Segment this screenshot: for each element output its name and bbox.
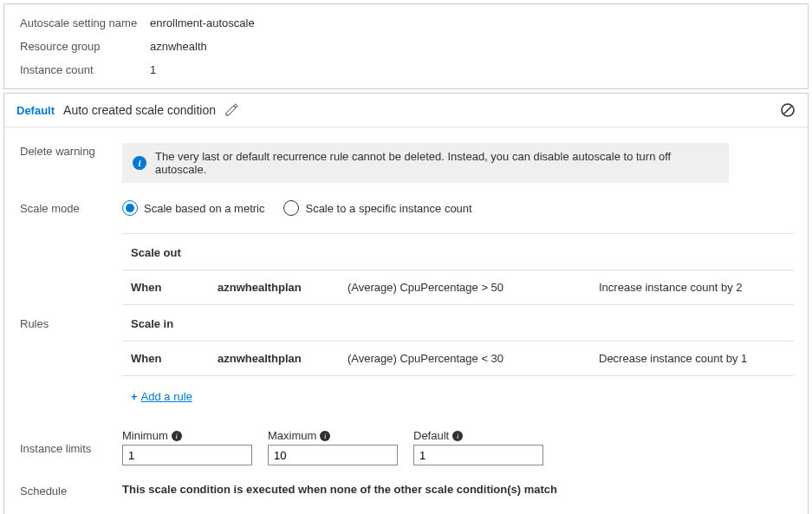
maximum-label: Maximum [268,429,316,442]
scale-mode-specific-radio[interactable]: Scale to a specific instance count [283,200,471,216]
info-icon[interactable]: i [320,431,330,441]
scale-in-rule-row[interactable]: When aznwhealthplan (Average) CpuPercent… [122,341,794,375]
scale-in-heading: Scale in [122,305,794,341]
scale-mode-metric-label: Scale based on a metric [144,202,264,215]
summary-row-resource-group: Resource group aznwhealth [20,40,792,53]
delete-warning-text: The very last or default recurrence rule… [155,150,718,176]
default-label: Default [413,429,449,442]
condition-title: Auto created scale condition [63,103,216,117]
condition-body: Delete warning i The very last or defaul… [4,127,808,514]
condition-header: Default Auto created scale condition [4,94,808,127]
info-icon[interactable]: i [452,431,463,441]
schedule-row: Schedule This scale condition is execute… [20,483,796,498]
maximum-field: Maximum i [268,429,398,465]
scale-in-condition: (Average) CpuPercentage < 30 [348,352,599,365]
radio-unselected-icon [283,200,299,216]
scale-mode-metric-radio[interactable]: Scale based on a metric [122,200,264,216]
minimum-field: Minimum i [122,429,252,465]
info-icon[interactable]: i [172,431,182,441]
scale-condition-panel: Default Auto created scale condition Del… [3,93,809,514]
scale-out-condition: (Average) CpuPercentage > 50 [348,281,599,294]
delete-warning-banner: i The very last or default recurrence ru… [122,143,729,183]
resource-group-label: Resource group [20,40,150,53]
setting-name-label: Autoscale setting name [20,16,150,29]
scale-in-resource: aznwhealthplan [218,352,348,365]
radio-selected-icon [122,200,138,216]
resource-group-value: aznwhealth [150,40,207,53]
scale-mode-radio-group: Scale based on a metric Scale to a speci… [122,200,796,216]
scale-out-rule-row[interactable]: When aznwhealthplan (Average) CpuPercent… [122,270,794,305]
edit-icon[interactable] [224,103,238,117]
minimum-input[interactable] [122,445,252,465]
default-field: Default i [413,429,543,465]
delete-warning-row: Delete warning i The very last or defaul… [20,143,796,183]
scale-in-action: Decrease instance count by 1 [599,352,785,365]
instance-count-value: 1 [150,63,156,76]
condition-default-badge: Default [16,104,55,117]
setting-name-value: enrollment-autoscale [150,16,255,29]
rules-area: Scale out When aznwhealthplan (Average) … [122,233,794,376]
delete-warning-label: Delete warning [20,143,122,158]
maximum-input[interactable] [268,445,398,465]
scale-mode-specific-label: Scale to a specific instance count [305,202,471,215]
limits-fields: Minimum i Maximum i De [122,429,796,465]
rule-when-label-2: When [131,352,218,365]
instance-limits-row: Instance limits Minimum i Maximum i [20,429,796,465]
instance-count-label: Instance count [20,63,150,76]
svg-line-1 [784,107,792,114]
minimum-label: Minimum [122,429,168,442]
scale-out-action: Increase instance count by 2 [599,281,785,294]
info-icon: i [133,156,146,170]
schedule-text: This scale condition is executed when no… [122,483,796,496]
summary-row-setting-name: Autoscale setting name enrollment-autosc… [20,16,792,29]
instance-limits-label: Instance limits [20,440,122,455]
add-rule-label: Add a rule [141,390,192,403]
scale-mode-label: Scale mode [20,200,122,215]
delete-disabled-icon[interactable] [780,102,796,118]
scale-mode-row: Scale mode Scale based on a metric Scale… [20,200,796,216]
add-rule-button[interactable]: + Add a rule [122,376,796,412]
summary-panel: Autoscale setting name enrollment-autosc… [3,3,809,89]
summary-row-instance-count: Instance count 1 [20,63,792,76]
schedule-label: Schedule [20,483,122,498]
rule-when-label: When [131,281,218,294]
plus-icon: + [131,390,138,403]
scale-out-heading: Scale out [122,234,794,270]
default-input[interactable] [413,445,543,465]
rules-label: Rules [20,316,122,330]
scale-out-resource: aznwhealthplan [218,281,348,294]
rules-row: Rules Scale out When aznwhealthplan (Ave… [20,233,796,412]
